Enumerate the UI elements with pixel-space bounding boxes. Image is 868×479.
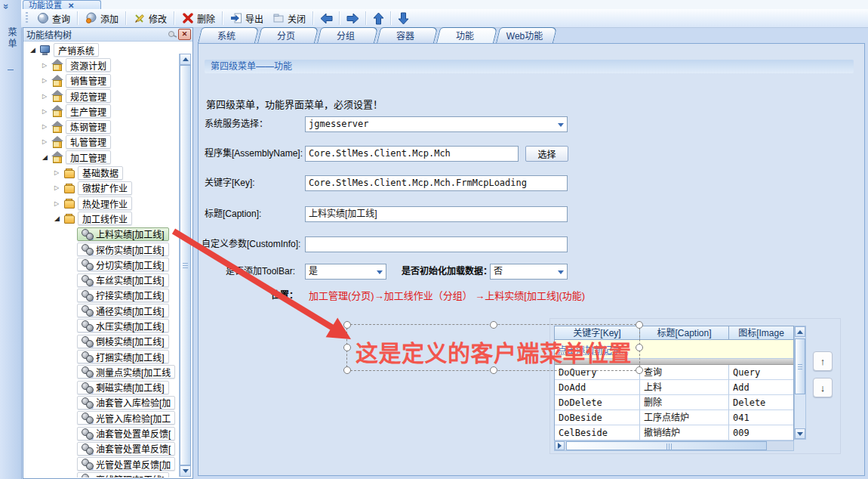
scroll-up-button[interactable] [795,326,805,337]
cell-key[interactable]: DoBeside [555,410,640,425]
cell-key[interactable]: DoDelete [555,395,640,410]
tree-node-box[interactable]: 光管入库检验[加工 [77,411,175,425]
tree-node[interactable]: 销售管理 [24,73,192,88]
tab-page[interactable]: 分页 [257,27,315,43]
tree-node-box[interactable]: 油套管处置单反馈[ [77,427,175,440]
tree-node[interactable]: 油套管处置单反馈[ [24,441,192,456]
pin-icon[interactable] [166,29,178,39]
tree-node-box[interactable]: 油套管处置单反馈[ [77,442,175,456]
toolbar-flag-select[interactable]: 是 [305,264,386,280]
expander-collapsed-icon[interactable] [42,62,51,69]
service-select[interactable]: jgmesserver [305,116,568,132]
choose-button[interactable]: 选择 [525,146,568,162]
tree-node[interactable]: 测量点实绩[加工线 [24,364,192,379]
grid-horizontal-scrollbar[interactable] [554,440,794,451]
tree-node-box[interactable]: 油套管入库检验[加 [77,396,175,409]
nav-right-button[interactable] [343,11,363,26]
expander-collapsed-icon[interactable] [42,138,51,145]
double-chevron-icon[interactable]: » [1,4,12,9]
tree-node-box[interactable]: 光管处置单反馈[加 [77,457,175,471]
expander-collapsed-icon[interactable] [42,93,51,100]
cell-image[interactable]: Query [729,365,793,380]
tree-node-box[interactable]: 车丝实绩[加工线] [77,273,169,287]
tree-node[interactable]: 加工线作业 [24,211,192,226]
tree-node-box[interactable]: 通径实绩[加工线] [77,304,169,317]
collapsed-side-panel[interactable]: » 菜单 [0,0,22,479]
cell-caption[interactable]: 上料 [640,380,729,395]
tree-node[interactable]: 拧接实绩[加工线] [24,288,192,303]
tree-node[interactable]: 规范管理 [24,88,192,104]
cell-caption[interactable]: 撤销结炉 [640,425,729,440]
chevron-down-icon[interactable] [558,123,564,127]
cell-caption[interactable]: 删除 [640,395,729,410]
column-header-image[interactable]: 图标[Image [729,326,793,340]
scroll-up-button[interactable] [180,54,191,65]
tree-node-box[interactable]: 资源计划 [66,58,111,72]
expander-expanded-icon[interactable] [42,153,51,161]
tree-node-box[interactable]: 探伤实绩[加工线] [77,243,169,256]
cell-image[interactable]: 009 [729,425,793,440]
table-row[interactable]: DoDelete 删除 Delete [555,395,793,410]
close-panel-icon[interactable]: ✕ [178,29,191,40]
scrollbar-thumb[interactable] [180,65,191,465]
key-input[interactable]: Core.StlMes.Client.Mcp.Mch.FrmMcpLoading [305,175,568,191]
scrollbar-thumb[interactable] [566,441,767,450]
scroll-right-button[interactable] [555,441,565,450]
chevron-down-icon[interactable] [558,270,564,274]
tree-node-box[interactable]: 热处理作业 [78,196,132,210]
tree-node[interactable]: 资源计划 [24,57,192,73]
tree-node[interactable]: 轧管管理 [24,134,192,150]
table-row[interactable]: DoAdd 上料 Add [555,380,793,395]
tree-node[interactable]: 打捆实绩[加工线] [24,349,192,364]
tree-node[interactable]: 通径实绩[加工线] [24,303,192,318]
tree-node-box[interactable]: 分切实绩[加工线] [77,258,169,271]
tree-node-box[interactable]: 炼钢管理 [66,120,111,134]
grid-vertical-scrollbar[interactable] [794,326,806,440]
cell-image[interactable]: 041 [729,410,793,425]
tree-node-box[interactable]: 拧接实绩[加工线] [77,289,169,302]
tree-node-box[interactable]: 打捆实绩[加工线] [77,350,169,363]
tree-node-box[interactable]: 测量点实绩[加工线 [77,365,175,379]
tree-node-box[interactable]: 加工管理 [66,150,111,164]
cell-key[interactable]: CelBeside [555,425,640,440]
tree-node-box[interactable]: 产销系统 [54,43,99,57]
tree-node[interactable]: 产销系统 [24,42,192,57]
tree-node-box[interactable]: 镦拔扩作业 [78,181,132,195]
tab-system[interactable]: 系统 [198,27,255,43]
close-tab-icon[interactable]: ✕ [68,2,74,10]
cell-caption[interactable]: 工序点结炉 [640,410,729,425]
expander-collapsed-icon[interactable] [42,108,51,115]
nav-down-button[interactable] [394,11,413,26]
tree-node[interactable]: 车丝实绩[加工线] [24,272,192,287]
nav-up-button[interactable] [369,11,388,26]
tree-node-box[interactable]: 倒棱实绩[加工线] [77,335,169,348]
add-button[interactable]: 添加 [81,11,123,26]
column-header-caption[interactable]: 标题[Caption] [640,326,729,340]
tree-node-selected[interactable]: 上料实绩[加工线] [24,227,192,242]
tree-node[interactable]: 离线管理[加工线] [24,471,192,477]
delete-button[interactable]: 删除 [177,11,220,26]
tree-node[interactable]: 光管处置单反馈[加 [24,456,192,471]
tree-node-box[interactable]: 剩磁实绩[加工线] [77,381,169,394]
tree-node-box[interactable]: 水压实绩[加工线] [77,319,169,332]
tree-node[interactable]: 炼钢管理 [24,119,192,134]
expander-expanded-icon[interactable] [54,215,63,222]
tree-node-box[interactable]: 离线管理[加工线] [77,472,169,477]
cell-key[interactable]: DoAdd [555,380,640,395]
tree-node-box[interactable]: 基础数据 [78,166,123,180]
toolbar-grip[interactable] [26,12,28,24]
custom-input[interactable] [305,236,568,252]
tab-group[interactable]: 分组 [317,27,374,43]
tree-node[interactable]: 加工管理 [24,150,192,165]
nav-left-button[interactable] [316,11,337,26]
assembly-input[interactable]: Core.StlMes.Client.Mcp.Mch [305,146,519,162]
tree-node[interactable]: 倒棱实绩[加工线] [24,334,192,349]
tab-container[interactable]: 容器 [377,27,434,43]
expander-collapsed-icon[interactable] [54,184,63,191]
tree-node-box[interactable]: 加工线作业 [78,212,132,225]
tree-node[interactable]: 热处理作业 [24,196,192,211]
query-button[interactable]: 查询 [32,11,75,26]
tree-node[interactable]: 光管入库检验[加工 [24,410,192,425]
cell-image[interactable]: Add [729,380,793,395]
scroll-down-button[interactable] [795,428,805,439]
